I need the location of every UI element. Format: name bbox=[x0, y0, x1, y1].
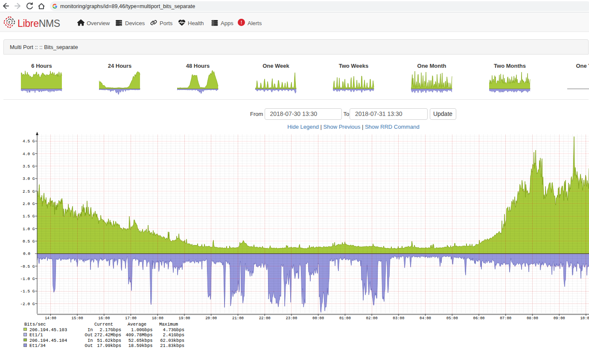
svg-text:2.5 G: 2.5 G bbox=[23, 189, 35, 194]
svg-text:0.0: 0.0 bbox=[23, 251, 30, 256]
svg-text:02:00: 02:00 bbox=[366, 316, 378, 321]
svg-text:2.0 G: 2.0 G bbox=[23, 202, 35, 206]
svg-text:1.0 G: 1.0 G bbox=[23, 227, 35, 231]
svg-text:18:00: 18:00 bbox=[152, 316, 163, 321]
svg-text:19:00: 19:00 bbox=[178, 316, 190, 321]
svg-text:10:00: 10:00 bbox=[580, 316, 589, 321]
svg-text:-0.5 G: -0.5 G bbox=[20, 264, 35, 269]
svg-text:4.5 G: 4.5 G bbox=[23, 139, 35, 144]
svg-text:1.5 G: 1.5 G bbox=[23, 214, 35, 219]
svg-text:20:00: 20:00 bbox=[205, 316, 217, 321]
svg-text:23:00: 23:00 bbox=[286, 316, 297, 321]
svg-text:-2.0 G: -2.0 G bbox=[20, 302, 35, 306]
svg-text:22:00: 22:00 bbox=[259, 316, 271, 321]
svg-text:16:00: 16:00 bbox=[98, 316, 110, 321]
svg-text:3.0 G: 3.0 G bbox=[23, 176, 35, 181]
svg-text:09:00: 09:00 bbox=[554, 316, 565, 321]
svg-text:4.0 G: 4.0 G bbox=[23, 152, 35, 156]
svg-text:03:00: 03:00 bbox=[393, 316, 404, 321]
svg-text:14:00: 14:00 bbox=[45, 316, 56, 321]
svg-text:15:00: 15:00 bbox=[72, 316, 83, 321]
svg-text:21:00: 21:00 bbox=[232, 316, 244, 321]
svg-text:17:00: 17:00 bbox=[125, 316, 137, 321]
svg-text:00:00: 00:00 bbox=[312, 316, 324, 321]
svg-text:08:00: 08:00 bbox=[527, 316, 538, 321]
svg-text:-1.5 G: -1.5 G bbox=[20, 289, 35, 294]
svg-text:01:00: 01:00 bbox=[339, 316, 351, 321]
svg-text:04:00: 04:00 bbox=[420, 316, 431, 321]
svg-text:-1.0 G: -1.0 G bbox=[20, 277, 35, 281]
svg-text:3.5 G: 3.5 G bbox=[23, 164, 35, 169]
svg-text:07:00: 07:00 bbox=[500, 316, 511, 321]
svg-text:0.5 G: 0.5 G bbox=[23, 239, 35, 244]
svg-text:06:00: 06:00 bbox=[473, 316, 484, 321]
svg-text:05:00: 05:00 bbox=[446, 316, 458, 321]
